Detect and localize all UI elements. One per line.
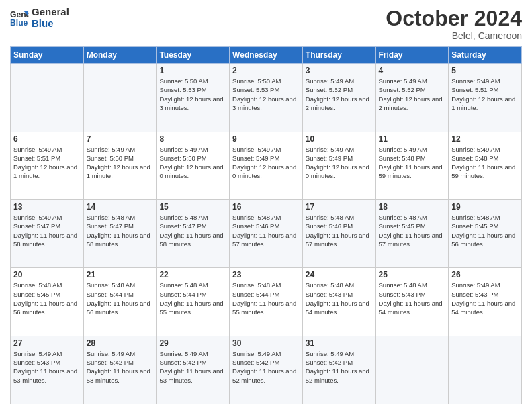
calendar-cell: 5Sunrise: 5:49 AM Sunset: 5:51 PM Daylig… bbox=[449, 64, 522, 132]
weekday-header-row: SundayMondayTuesdayWednesdayThursdayFrid… bbox=[11, 47, 522, 64]
day-info: Sunrise: 5:48 AM Sunset: 5:45 PM Dayligh… bbox=[451, 213, 519, 248]
calendar-cell bbox=[449, 336, 522, 404]
calendar-cell: 6Sunrise: 5:49 AM Sunset: 5:51 PM Daylig… bbox=[11, 132, 84, 199]
weekday-header-thursday: Thursday bbox=[302, 47, 375, 64]
calendar-table: SundayMondayTuesdayWednesdayThursdayFrid… bbox=[10, 46, 522, 404]
day-number: 21 bbox=[87, 270, 154, 279]
calendar-cell: 2Sunrise: 5:50 AM Sunset: 5:53 PM Daylig… bbox=[230, 64, 303, 132]
calendar-cell: 11Sunrise: 5:49 AM Sunset: 5:48 PM Dayli… bbox=[375, 132, 449, 199]
week-row-1: 1Sunrise: 5:50 AM Sunset: 5:53 PM Daylig… bbox=[11, 64, 522, 132]
day-number: 8 bbox=[159, 134, 226, 144]
week-row-3: 13Sunrise: 5:49 AM Sunset: 5:47 PM Dayli… bbox=[11, 199, 522, 267]
day-number: 3 bbox=[306, 66, 373, 75]
calendar-cell: 16Sunrise: 5:48 AM Sunset: 5:46 PM Dayli… bbox=[230, 199, 303, 267]
weekday-header-tuesday: Tuesday bbox=[157, 47, 230, 64]
day-number: 18 bbox=[379, 202, 446, 212]
day-info: Sunrise: 5:49 AM Sunset: 5:50 PM Dayligh… bbox=[159, 145, 226, 181]
day-info: Sunrise: 5:49 AM Sunset: 5:42 PM Dayligh… bbox=[306, 349, 373, 385]
day-info: Sunrise: 5:48 AM Sunset: 5:43 PM Dayligh… bbox=[379, 281, 446, 316]
weekday-header-friday: Friday bbox=[375, 47, 449, 64]
day-number: 17 bbox=[306, 202, 373, 212]
day-number: 30 bbox=[232, 338, 300, 348]
day-number: 4 bbox=[379, 66, 446, 75]
calendar-cell: 22Sunrise: 5:48 AM Sunset: 5:44 PM Dayli… bbox=[157, 268, 230, 336]
day-number: 23 bbox=[232, 270, 300, 279]
weekday-header-sunday: Sunday bbox=[11, 47, 84, 64]
calendar-cell: 26Sunrise: 5:49 AM Sunset: 5:43 PM Dayli… bbox=[449, 268, 522, 336]
day-number: 13 bbox=[13, 202, 81, 212]
day-info: Sunrise: 5:49 AM Sunset: 5:51 PM Dayligh… bbox=[451, 77, 519, 112]
week-row-2: 6Sunrise: 5:49 AM Sunset: 5:51 PM Daylig… bbox=[11, 132, 522, 199]
location: Belel, Cameroon bbox=[386, 30, 522, 41]
logo-icon: General Blue bbox=[10, 9, 29, 28]
day-info: Sunrise: 5:48 AM Sunset: 5:47 PM Dayligh… bbox=[87, 213, 154, 248]
calendar-cell: 12Sunrise: 5:49 AM Sunset: 5:48 PM Dayli… bbox=[449, 132, 522, 199]
calendar-cell: 21Sunrise: 5:48 AM Sunset: 5:44 PM Dayli… bbox=[83, 268, 157, 336]
day-info: Sunrise: 5:48 AM Sunset: 5:44 PM Dayligh… bbox=[87, 281, 154, 316]
day-info: Sunrise: 5:49 AM Sunset: 5:52 PM Dayligh… bbox=[379, 77, 446, 112]
day-info: Sunrise: 5:48 AM Sunset: 5:45 PM Dayligh… bbox=[13, 281, 81, 316]
day-info: Sunrise: 5:48 AM Sunset: 5:44 PM Dayligh… bbox=[159, 281, 226, 316]
day-number: 7 bbox=[87, 134, 154, 144]
calendar-cell bbox=[375, 336, 449, 404]
day-info: Sunrise: 5:49 AM Sunset: 5:48 PM Dayligh… bbox=[379, 145, 446, 181]
calendar-cell: 29Sunrise: 5:49 AM Sunset: 5:42 PM Dayli… bbox=[157, 336, 230, 404]
day-number: 9 bbox=[232, 134, 300, 144]
page: General Blue General Blue October 2024 B… bbox=[0, 0, 532, 411]
day-info: Sunrise: 5:49 AM Sunset: 5:43 PM Dayligh… bbox=[451, 281, 519, 316]
day-info: Sunrise: 5:48 AM Sunset: 5:44 PM Dayligh… bbox=[232, 281, 300, 316]
calendar-cell: 23Sunrise: 5:48 AM Sunset: 5:44 PM Dayli… bbox=[230, 268, 303, 336]
header: General Blue General Blue October 2024 B… bbox=[10, 7, 522, 41]
calendar-cell: 10Sunrise: 5:49 AM Sunset: 5:49 PM Dayli… bbox=[302, 132, 375, 199]
logo-line1: General bbox=[32, 7, 69, 18]
calendar-cell: 7Sunrise: 5:49 AM Sunset: 5:50 PM Daylig… bbox=[83, 132, 157, 199]
day-number: 28 bbox=[87, 338, 154, 348]
logo-line2: Blue bbox=[32, 18, 69, 30]
calendar-cell: 8Sunrise: 5:49 AM Sunset: 5:50 PM Daylig… bbox=[157, 132, 230, 199]
weekday-header-monday: Monday bbox=[83, 47, 157, 64]
calendar-cell: 18Sunrise: 5:48 AM Sunset: 5:45 PM Dayli… bbox=[375, 199, 449, 267]
calendar-cell: 3Sunrise: 5:49 AM Sunset: 5:52 PM Daylig… bbox=[302, 64, 375, 132]
day-info: Sunrise: 5:49 AM Sunset: 5:49 PM Dayligh… bbox=[306, 145, 373, 181]
day-number: 20 bbox=[13, 270, 81, 279]
day-info: Sunrise: 5:49 AM Sunset: 5:42 PM Dayligh… bbox=[232, 349, 300, 385]
day-number: 14 bbox=[87, 202, 154, 212]
title-block: October 2024 Belel, Cameroon bbox=[386, 7, 522, 41]
day-number: 12 bbox=[451, 134, 519, 144]
day-number: 22 bbox=[159, 270, 226, 279]
day-info: Sunrise: 5:49 AM Sunset: 5:42 PM Dayligh… bbox=[159, 349, 226, 385]
calendar-cell: 4Sunrise: 5:49 AM Sunset: 5:52 PM Daylig… bbox=[375, 64, 449, 132]
day-number: 11 bbox=[379, 134, 446, 144]
day-info: Sunrise: 5:48 AM Sunset: 5:47 PM Dayligh… bbox=[159, 213, 226, 248]
calendar-cell: 24Sunrise: 5:48 AM Sunset: 5:43 PM Dayli… bbox=[302, 268, 375, 336]
day-number: 24 bbox=[306, 270, 373, 279]
day-number: 6 bbox=[13, 134, 81, 144]
day-info: Sunrise: 5:48 AM Sunset: 5:46 PM Dayligh… bbox=[306, 213, 373, 248]
day-number: 5 bbox=[451, 66, 519, 75]
logo: General Blue General Blue bbox=[10, 7, 69, 29]
day-number: 15 bbox=[159, 202, 226, 212]
calendar-cell: 14Sunrise: 5:48 AM Sunset: 5:47 PM Dayli… bbox=[83, 199, 157, 267]
logo-text: General Blue bbox=[32, 7, 69, 29]
day-info: Sunrise: 5:50 AM Sunset: 5:53 PM Dayligh… bbox=[159, 77, 226, 112]
day-info: Sunrise: 5:49 AM Sunset: 5:50 PM Dayligh… bbox=[87, 145, 154, 181]
calendar-cell: 27Sunrise: 5:49 AM Sunset: 5:43 PM Dayli… bbox=[11, 336, 84, 404]
day-info: Sunrise: 5:50 AM Sunset: 5:53 PM Dayligh… bbox=[232, 77, 300, 112]
weekday-header-saturday: Saturday bbox=[449, 47, 522, 64]
day-info: Sunrise: 5:49 AM Sunset: 5:52 PM Dayligh… bbox=[306, 77, 373, 112]
calendar-cell: 13Sunrise: 5:49 AM Sunset: 5:47 PM Dayli… bbox=[11, 199, 84, 267]
calendar-cell: 15Sunrise: 5:48 AM Sunset: 5:47 PM Dayli… bbox=[157, 199, 230, 267]
day-info: Sunrise: 5:48 AM Sunset: 5:43 PM Dayligh… bbox=[306, 281, 373, 316]
calendar-cell: 30Sunrise: 5:49 AM Sunset: 5:42 PM Dayli… bbox=[230, 336, 303, 404]
day-info: Sunrise: 5:49 AM Sunset: 5:48 PM Dayligh… bbox=[451, 145, 519, 181]
week-row-5: 27Sunrise: 5:49 AM Sunset: 5:43 PM Dayli… bbox=[11, 336, 522, 404]
day-number: 2 bbox=[232, 66, 300, 75]
week-row-4: 20Sunrise: 5:48 AM Sunset: 5:45 PM Dayli… bbox=[11, 268, 522, 336]
calendar-cell bbox=[83, 64, 157, 132]
day-info: Sunrise: 5:49 AM Sunset: 5:47 PM Dayligh… bbox=[13, 213, 81, 248]
calendar-cell: 19Sunrise: 5:48 AM Sunset: 5:45 PM Dayli… bbox=[449, 199, 522, 267]
svg-text:Blue: Blue bbox=[10, 18, 28, 28]
day-info: Sunrise: 5:49 AM Sunset: 5:51 PM Dayligh… bbox=[13, 145, 81, 181]
calendar-cell: 20Sunrise: 5:48 AM Sunset: 5:45 PM Dayli… bbox=[11, 268, 84, 336]
calendar-cell bbox=[11, 64, 84, 132]
